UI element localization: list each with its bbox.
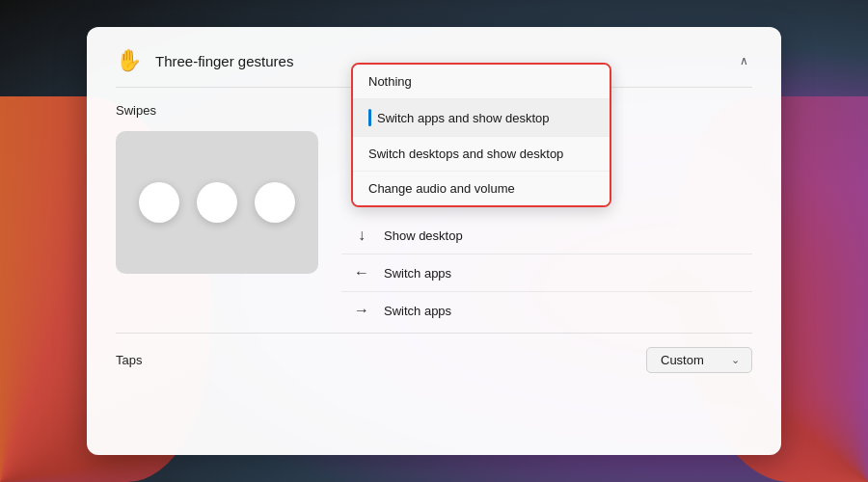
action-switch-apps-left-label: Switch apps xyxy=(384,266,451,281)
action-row-switch-apps-right: → Switch apps xyxy=(341,292,752,329)
taps-dropdown[interactable]: Custom ⌄ xyxy=(646,347,752,373)
settings-panel: ✋ Three-finger gestures ∧ Swipes Nothing xyxy=(87,27,781,455)
dropdown-item-switch-desktops[interactable]: Switch desktops and show desktop xyxy=(353,137,610,172)
dropdown-item-switch-apps-desktop-label: Switch apps and show desktop xyxy=(377,111,550,125)
arrow-left-icon: ← xyxy=(351,264,372,281)
dropdown-item-nothing[interactable]: Nothing xyxy=(353,65,610,99)
chevron-down-icon: ⌄ xyxy=(731,354,740,366)
action-row-switch-apps-left: ← Switch apps xyxy=(341,254,752,292)
dropdown-popup[interactable]: Nothing Switch apps and show desktop Swi… xyxy=(351,63,611,207)
gesture-preview xyxy=(116,131,318,274)
taps-label: Taps xyxy=(116,353,646,367)
dropdown-item-switch-apps-desktop[interactable]: Switch apps and show desktop xyxy=(353,99,610,137)
swipes-label: Swipes xyxy=(116,103,318,118)
content-row: Swipes Nothing Switch apps and show desk… xyxy=(116,103,752,329)
action-switch-apps-right-label: Switch apps xyxy=(384,304,451,318)
action-show-desktop-label: Show desktop xyxy=(384,228,463,243)
finger-dot-1 xyxy=(139,182,179,223)
finger-dot-2 xyxy=(197,182,237,223)
gesture-icon: ✋ xyxy=(116,48,142,73)
arrow-down-icon: ↓ xyxy=(351,227,372,244)
arrow-right-icon: → xyxy=(351,302,372,319)
finger-dot-3 xyxy=(255,182,295,223)
right-column: Nothing Switch apps and show desktop Swi… xyxy=(341,103,752,329)
action-row-show-desktop: ↓ Show desktop xyxy=(341,217,752,254)
dropdown-item-nothing-label: Nothing xyxy=(368,74,412,89)
left-column: Swipes xyxy=(116,103,318,329)
taps-dropdown-value: Custom xyxy=(661,353,704,367)
selected-bar xyxy=(368,109,371,126)
taps-row: Taps Custom ⌄ xyxy=(116,333,752,373)
dropdown-item-switch-desktops-label: Switch desktops and show desktop xyxy=(368,147,563,161)
dropdown-item-change-audio-label: Change audio and volume xyxy=(368,181,515,196)
actions-list: ↓ Show desktop ← Switch apps → Switch ap… xyxy=(341,217,752,329)
collapse-button[interactable]: ∧ xyxy=(736,50,752,71)
dropdown-item-change-audio[interactable]: Change audio and volume xyxy=(353,172,610,205)
